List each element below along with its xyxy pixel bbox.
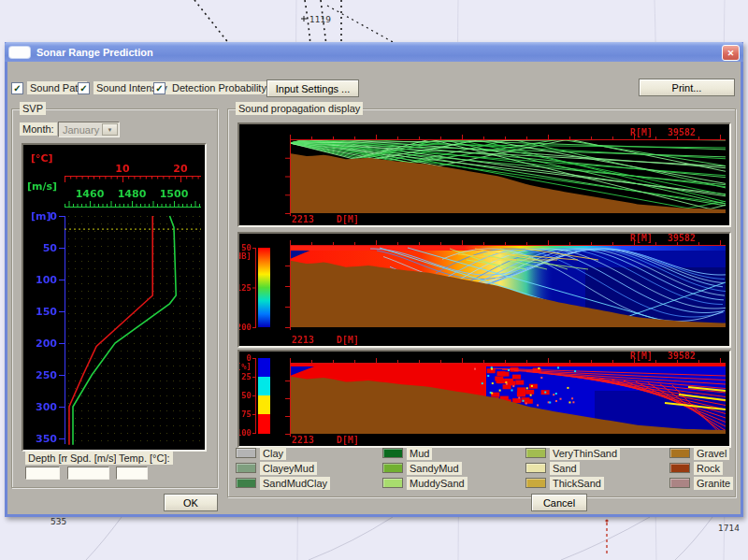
svp-group-label: SVP	[20, 102, 46, 115]
legend-swatch-sandmudclay	[236, 478, 256, 488]
legend-label: Granite	[694, 477, 733, 490]
legend-item: ClayeyMud	[236, 462, 317, 474]
sound-path-checkbox[interactable]: ✓ Sound Path	[11, 81, 87, 94]
legend-swatch-sand	[525, 463, 546, 473]
legend-item: Clay	[236, 447, 286, 459]
sound-intensity-plot	[239, 234, 729, 346]
dropdown-arrow-icon: ▼	[102, 123, 118, 136]
legend-swatch-muddysand	[382, 478, 403, 488]
legend-label: ThickSand	[550, 477, 604, 490]
legend-item: SandMudClay	[236, 477, 330, 489]
propagation-group-label: Sound propagation display	[236, 102, 363, 115]
legend-item: VeryThinSand	[525, 447, 620, 459]
legend-swatch-thicksand	[525, 478, 546, 488]
legend-label: VeryThinSand	[550, 447, 620, 460]
sound-path-plot	[239, 124, 729, 225]
month-dropdown[interactable]: January ▼	[58, 122, 120, 137]
map-label-bottom-left: 535	[50, 517, 66, 526]
svp-plot-panel	[22, 143, 207, 452]
speed-input[interactable]	[67, 467, 109, 480]
legend-item: MuddySand	[382, 477, 468, 489]
legend-item: ThickSand	[525, 477, 604, 489]
sound-path-plot-panel	[237, 122, 731, 227]
input-settings-button[interactable]: Input Settings ...	[266, 79, 359, 97]
legend-item: Mud	[382, 447, 432, 459]
legend-swatch-gravel	[669, 448, 690, 458]
window-title: Sonar Range Prediction	[36, 47, 153, 58]
legend-swatch-granite	[669, 478, 690, 488]
window-icon	[9, 47, 30, 58]
checkbox-check-icon: ✓	[153, 82, 165, 94]
month-value: January	[63, 124, 99, 136]
map-label-bottom-right: 1714	[718, 524, 740, 533]
legend-swatch-sandymud	[382, 463, 403, 473]
close-button[interactable]: ✕	[722, 45, 740, 61]
legend-label: Clay	[260, 447, 286, 460]
legend-label: SandMudClay	[260, 477, 330, 490]
title-bar[interactable]: Sonar Range Prediction ✕	[5, 42, 743, 62]
sonar-range-prediction-dialog: Sonar Range Prediction ✕ ✓ Sound Path ✓ …	[5, 42, 743, 517]
svp-group: SVP Month: January ▼ Depth [m]: Spd. [m/…	[11, 108, 218, 488]
legend-label: Mud	[407, 447, 432, 460]
legend-label: ClayeyMud	[260, 462, 317, 475]
legend-label: Rock	[694, 462, 723, 475]
sound-intensity-plot-panel	[237, 232, 731, 348]
legend-swatch-rock	[669, 463, 690, 473]
detection-probability-plot	[239, 352, 729, 446]
legend-swatch-clayeymud	[236, 463, 256, 473]
depth-input[interactable]	[25, 467, 60, 480]
temp-input[interactable]	[116, 467, 148, 480]
speed-field-label: Spd. [m/s]:	[67, 452, 122, 465]
temp-field-label: Temp. [°C]:	[116, 452, 173, 465]
ok-button[interactable]: OK	[164, 494, 218, 511]
svp-plot	[23, 145, 205, 450]
checkbox-check-icon: ✓	[11, 82, 23, 94]
checkbox-check-icon: ✓	[78, 82, 90, 94]
cancel-button[interactable]: Cancel	[531, 494, 587, 511]
legend-label: SandyMud	[407, 462, 462, 475]
legend-item: Sand	[525, 462, 580, 474]
map-label-top: 1119	[309, 15, 331, 24]
legend-swatch-clay	[236, 448, 256, 458]
legend-label: MuddySand	[407, 477, 468, 490]
legend-swatch-mud	[382, 448, 403, 458]
legend-label: Sand	[550, 462, 580, 475]
propagation-group: Sound propagation display Clay ClayeyMud…	[227, 108, 736, 497]
legend-label: Gravel	[694, 447, 729, 460]
detection-probability-plot-panel	[237, 350, 731, 448]
print-button[interactable]: Print...	[639, 79, 735, 96]
legend-item: Rock	[669, 462, 723, 474]
detection-probability-checkbox[interactable]: ✓ Detection Probability	[153, 81, 269, 94]
legend-item: Granite	[669, 477, 733, 489]
month-label: Month:	[20, 122, 57, 136]
map-marker-dot	[605, 519, 608, 522]
detection-probability-label: Detection Probability	[169, 81, 269, 94]
legend-item: Gravel	[669, 447, 729, 459]
legend-swatch-verythinsand	[525, 448, 546, 458]
legend-item: SandyMud	[382, 462, 462, 474]
